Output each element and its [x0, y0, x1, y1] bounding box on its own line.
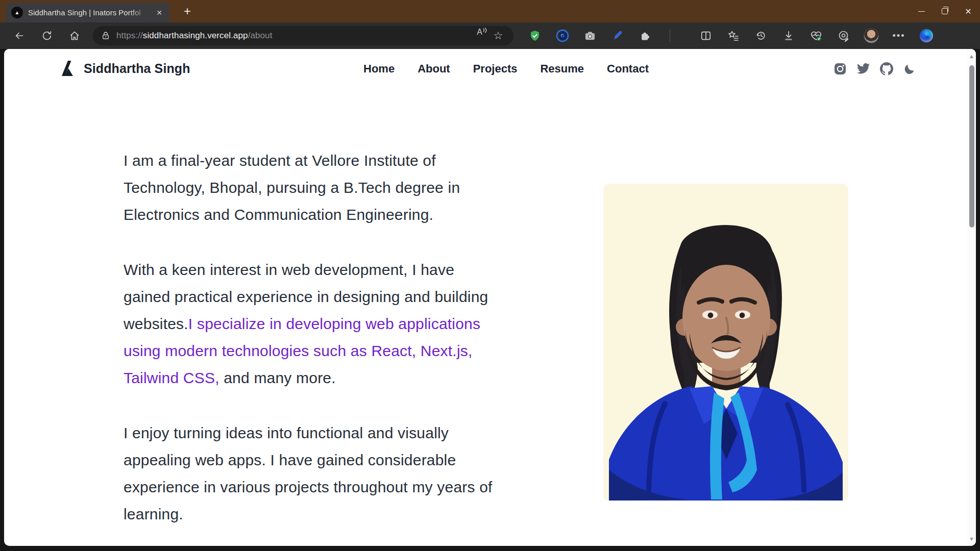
shield-check-icon: [529, 30, 541, 42]
blue-circle-extension-icon: [556, 29, 569, 42]
profile-avatar: [864, 28, 879, 43]
nav-item-about[interactable]: About: [418, 62, 450, 76]
main-nav: Home About Projects Resume Contact: [363, 49, 649, 89]
about-section: I am a final-year student at Vellore Ins…: [124, 147, 573, 546]
address-bar[interactable]: https://siddharthasingh.vercel.app/about…: [93, 26, 513, 45]
paragraph-text: and many more.: [219, 369, 336, 386]
twitter-icon: [856, 63, 870, 75]
copilot-button[interactable]: [917, 27, 936, 45]
extensions-button[interactable]: [636, 27, 654, 45]
new-tab-button[interactable]: +: [180, 4, 195, 19]
restore-icon: [942, 8, 948, 14]
home-icon: [69, 30, 80, 41]
browser-toolbar: https://siddharthasingh.vercel.app/about…: [0, 22, 980, 49]
browser-titlebar: ▲ Siddhartha Singh | Inators Portfol ✕ +…: [0, 0, 980, 22]
paragraph-text: I enjoy turning ideas into functional an…: [124, 424, 493, 522]
restore-button[interactable]: [933, 0, 957, 22]
about-paragraph-2: With a keen interest in web development,…: [124, 256, 573, 391]
profile-button[interactable]: [862, 27, 880, 45]
brand-logo-icon: [57, 59, 77, 78]
nav-item-home[interactable]: Home: [363, 62, 395, 76]
favorites-hub-icon: [727, 30, 740, 42]
web-capture-icon: [838, 30, 850, 42]
tab-close-icon[interactable]: ✕: [154, 8, 164, 18]
url-host: siddharthasingh.vercel.app: [143, 31, 248, 40]
web-capture-button[interactable]: [835, 27, 853, 45]
browser-tab[interactable]: ▲ Siddhartha Singh | Inators Portfol ✕: [6, 3, 169, 22]
split-screen-button[interactable]: [697, 27, 715, 45]
extension-blue-button[interactable]: [553, 27, 572, 45]
brand-name: Siddhartha Singh: [84, 61, 190, 76]
extension-pen-button[interactable]: [608, 27, 627, 45]
twitter-link[interactable]: [856, 63, 870, 75]
extension-adblock-button[interactable]: [526, 27, 544, 45]
window-close-button[interactable]: ✕: [957, 0, 980, 22]
social-links: [834, 49, 916, 89]
minimize-button[interactable]: [910, 0, 933, 22]
browser-window: { "browser": { "tab_title": "Siddhartha …: [0, 0, 980, 551]
lock-icon: [101, 31, 110, 40]
history-clock-icon: [755, 30, 767, 41]
portrait-illustration: [604, 184, 848, 500]
nav-item-contact[interactable]: Contact: [607, 62, 649, 76]
split-screen-icon: [700, 30, 712, 41]
download-icon: [783, 30, 794, 41]
about-paragraph-1: I am a final-year student at Vellore Ins…: [124, 147, 573, 228]
back-icon: [14, 30, 25, 41]
profile-photo: [604, 184, 848, 500]
read-aloud-button[interactable]: A: [474, 28, 490, 44]
read-aloud-waves-icon: [482, 28, 487, 35]
github-icon: [880, 62, 893, 76]
nav-item-resume[interactable]: Resume: [540, 62, 584, 76]
back-button[interactable]: [10, 27, 29, 45]
refresh-icon: [41, 30, 53, 41]
puzzle-icon: [639, 30, 651, 42]
home-button[interactable]: [65, 27, 84, 45]
scroll-up-arrow[interactable]: ▲: [967, 53, 976, 59]
heart-pulse-icon: [810, 30, 822, 42]
add-favorite-button[interactable]: ☆: [490, 28, 506, 44]
instagram-link[interactable]: [834, 62, 847, 76]
page-viewport: Siddhartha Singh Home About Projects Res…: [4, 49, 976, 546]
scroll-down-arrow[interactable]: ▼: [967, 536, 976, 542]
nav-item-projects[interactable]: Projects: [473, 62, 518, 76]
tab-title: Siddhartha Singh | Inators Portfol: [28, 8, 151, 17]
github-link[interactable]: [880, 62, 893, 76]
settings-more-button[interactable]: •••: [890, 27, 908, 45]
copilot-icon: [920, 29, 933, 42]
page-scrollbar[interactable]: ▲ ▼: [967, 49, 976, 546]
site-favicon-icon: ▲: [11, 7, 23, 18]
downloads-button[interactable]: [779, 27, 798, 45]
about-paragraph-3: I enjoy turning ideas into functional an…: [124, 419, 573, 528]
browser-essentials-button[interactable]: [807, 27, 825, 45]
site-header: Siddhartha Singh Home About Projects Res…: [4, 49, 976, 89]
read-aloud-icon: A: [477, 28, 482, 37]
refresh-button[interactable]: [38, 27, 56, 45]
camera-extension-icon: [584, 30, 596, 42]
window-controls: ✕: [910, 0, 980, 22]
url-scheme: https://: [116, 31, 143, 40]
url-path: /about: [248, 31, 273, 40]
dark-mode-toggle[interactable]: [903, 63, 916, 76]
paragraph-text: I am a final-year student at Vellore Ins…: [124, 152, 460, 223]
pen-extension-icon: [611, 30, 624, 42]
url-text: https://siddharthasingh.vercel.app/about: [116, 31, 273, 41]
moon-icon: [903, 63, 916, 76]
scrollbar-thumb[interactable]: [969, 65, 974, 228]
collections-button[interactable]: [724, 27, 743, 45]
history-button[interactable]: [752, 27, 770, 45]
extension-camera-button[interactable]: [581, 27, 599, 45]
toolbar-divider: [670, 30, 670, 42]
instagram-icon: [834, 62, 847, 76]
site-brand[interactable]: Siddhartha Singh: [57, 59, 190, 78]
minimize-icon: [918, 11, 925, 12]
